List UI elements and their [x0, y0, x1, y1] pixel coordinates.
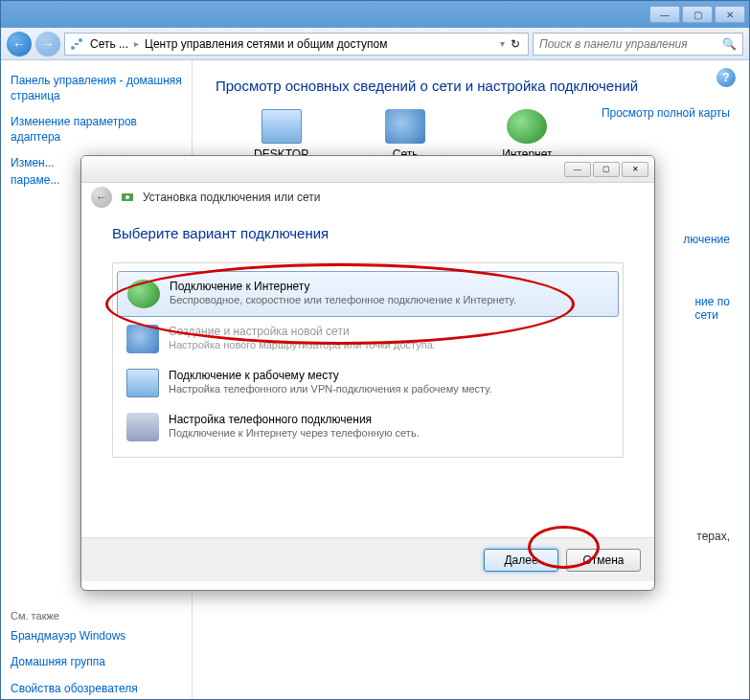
- option-dialup[interactable]: Настройка телефонного подключения Подклю…: [117, 405, 619, 449]
- router-icon: [126, 325, 159, 353]
- workplace-icon: [126, 369, 159, 397]
- wizard-back-button[interactable]: ←: [91, 187, 112, 208]
- search-box[interactable]: 🔍: [533, 33, 743, 56]
- page-heading: Просмотр основных сведений о сети и наст…: [216, 78, 726, 94]
- dropdown-icon[interactable]: ▾: [500, 38, 505, 49]
- svg-rect-2: [75, 43, 79, 45]
- sidebar-link-browser-props[interactable]: Свойства обозревателя: [11, 682, 182, 697]
- nav-back-button[interactable]: ←: [7, 32, 32, 56]
- option-title: Подключение к рабочему месту: [169, 369, 492, 382]
- dialog-titlebar: — ▢ ✕: [81, 156, 654, 183]
- sidebar-link-home[interactable]: Панель управления - домашняя страница: [11, 74, 182, 103]
- refresh-icon[interactable]: ↻: [507, 35, 524, 53]
- svg-point-1: [79, 38, 82, 42]
- partial-text: ние посети: [694, 295, 730, 322]
- option-connect-internet[interactable]: Подключение к Интернету Беспроводное, ск…: [117, 271, 619, 317]
- navigation-bar: ← → Сеть ... ▸ Центр управления сетями и…: [1, 28, 749, 60]
- option-description: Подключение к Интернету через телефонную…: [169, 427, 420, 439]
- close-button[interactable]: ✕: [715, 6, 745, 23]
- window-titlebar: — ▢ ✕: [1, 1, 749, 28]
- network-icon: [69, 36, 84, 52]
- sidebar-link-homegroup[interactable]: Домашняя группа: [11, 655, 182, 670]
- search-input[interactable]: [539, 37, 722, 51]
- connection-wizard-dialog: — ▢ ✕ ← Установка подключения или сети В…: [80, 155, 655, 591]
- wizard-footer: Далее Отмена: [81, 537, 654, 581]
- option-description: Настройка нового маршрутизатора или точк…: [169, 339, 436, 350]
- sidebar-link-adapter[interactable]: Изменение параметров адаптера: [11, 115, 182, 145]
- dialog-minimize-button[interactable]: —: [564, 162, 591, 177]
- wizard-heading: Выберите вариант подключения: [112, 225, 624, 241]
- option-title: Настройка телефонного подключения: [169, 413, 420, 426]
- see-also-label: См. также: [11, 610, 182, 621]
- wizard-header: ← Установка подключения или сети: [81, 183, 654, 212]
- option-title: Подключение к Интернету: [170, 280, 516, 293]
- option-description: Беспроводное, скоростное или телефонное …: [170, 294, 516, 305]
- options-list: Подключение к Интернету Беспроводное, ск…: [112, 262, 624, 458]
- dialog-maximize-button[interactable]: ▢: [593, 162, 620, 177]
- wizard-title: Установка подключения или сети: [143, 191, 320, 204]
- network-node-internet[interactable]: Интернет: [502, 109, 552, 161]
- monitor-icon: [261, 109, 302, 144]
- next-button[interactable]: Далее: [484, 549, 558, 572]
- nav-forward-button[interactable]: →: [35, 32, 60, 56]
- search-icon: 🔍: [722, 37, 737, 51]
- breadcrumb-item[interactable]: Сеть ...: [86, 35, 132, 53]
- globe-icon: [127, 280, 160, 308]
- chevron-right-icon: ▸: [134, 38, 139, 49]
- option-description: Настройка телефонного или VPN-подключени…: [169, 383, 492, 395]
- svg-point-0: [71, 46, 75, 50]
- network-node-desktop[interactable]: DESKTOP: [254, 109, 308, 161]
- option-title: Создание и настройка новой сети: [169, 325, 436, 338]
- breadcrumb[interactable]: Сеть ... ▸ Центр управления сетями и общ…: [64, 33, 529, 56]
- sidebar-link-firewall[interactable]: Брандмауэр Windows: [11, 629, 182, 644]
- network-icon: [385, 109, 425, 144]
- partial-text: терах,: [696, 530, 730, 543]
- svg-point-4: [125, 195, 129, 199]
- dialog-close-button[interactable]: ✕: [622, 162, 648, 177]
- wizard-icon: [120, 190, 135, 205]
- cancel-button[interactable]: Отмена: [566, 549, 641, 572]
- minimize-button[interactable]: —: [649, 6, 680, 23]
- maximize-button[interactable]: ▢: [682, 6, 713, 23]
- option-connect-workplace[interactable]: Подключение к рабочему месту Настройка т…: [117, 361, 619, 405]
- network-node-network[interactable]: Сеть: [385, 109, 425, 161]
- breadcrumb-item[interactable]: Центр управления сетями и общим доступом: [141, 35, 392, 53]
- phone-icon: [126, 413, 159, 441]
- wizard-body: Выберите вариант подключения Подключение…: [81, 212, 654, 537]
- partial-text: лючение: [683, 233, 730, 246]
- option-setup-network[interactable]: Создание и настройка новой сети Настройк…: [117, 317, 619, 361]
- view-full-map-link[interactable]: Просмотр полной карты: [602, 106, 730, 120]
- help-icon[interactable]: ?: [716, 68, 736, 87]
- globe-icon: [507, 109, 547, 144]
